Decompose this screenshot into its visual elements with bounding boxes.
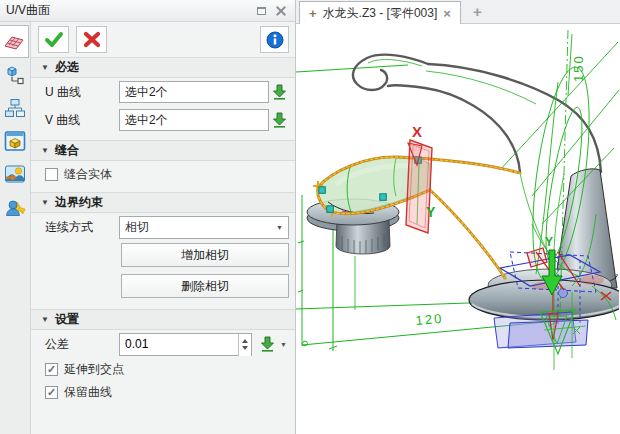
section-boundary[interactable]: ▼ 边界约束 [31, 192, 295, 213]
faucet-spout-curves [353, 55, 601, 172]
solid-view-icon [4, 130, 26, 152]
v-curves-row: V 曲线 [31, 106, 295, 134]
close-icon [276, 6, 286, 16]
section-sew-title: 缝合 [55, 142, 79, 159]
datum-point [559, 289, 568, 298]
extend-label: 延伸到交点 [64, 361, 124, 378]
tolerance-pick-button[interactable] [257, 336, 277, 352]
green-arrow-down-icon [272, 84, 287, 100]
red-highlight-patch [580, 275, 604, 285]
v-curves-pick-button[interactable] [269, 112, 289, 128]
info-button[interactable] [260, 26, 289, 53]
zw3d-window: U/V曲面 [0, 0, 620, 434]
ok-button[interactable] [38, 26, 69, 53]
keep-curves-checkbox[interactable]: ✓ [45, 386, 58, 399]
render-image-icon [4, 163, 26, 185]
float-panel-button[interactable] [253, 4, 269, 18]
close-panel-button[interactable] [273, 4, 289, 18]
tab-plus-icon: + [309, 6, 317, 21]
check-icon [44, 31, 64, 49]
x-icon [83, 31, 101, 48]
info-icon [266, 31, 284, 49]
history-tree-icon [4, 97, 26, 119]
sidebar-item-render[interactable] [0, 157, 29, 190]
extend-checkbox[interactable]: ✓ [45, 363, 58, 376]
sidebar-item-wireframe[interactable] [0, 58, 29, 91]
extend-row: ✓ 延伸到交点 [31, 358, 295, 381]
uv-surface-form: ▼ 必选 U 曲线 V 曲线 [31, 22, 295, 434]
panel-icon-strip [0, 22, 31, 434]
section-required[interactable]: ▼ 必选 [31, 57, 295, 78]
axis-x-label: X [412, 123, 422, 140]
add-tangent-button[interactable]: 增加相切 [121, 243, 289, 267]
continuity-row: 连续方式 相切 ▼ [31, 213, 295, 241]
axis-y-label: Y [426, 204, 436, 220]
wireframe-cube-icon [4, 64, 26, 86]
tolerance-input[interactable] [120, 334, 238, 355]
remove-tangent-row: 删除相切 [31, 272, 295, 300]
sew-solid-label: 缝合实体 [64, 166, 112, 183]
tolerance-spinner[interactable] [238, 334, 251, 356]
restore-icon [257, 7, 266, 15]
tab-title: 水龙头.Z3 - [零件003] [323, 5, 438, 22]
collapse-icon: ▼ [41, 198, 49, 207]
spin-up-icon [242, 339, 248, 343]
continuity-value: 相切 [125, 219, 149, 236]
add-tangent-row: 增加相切 [31, 241, 295, 269]
section-settings[interactable]: ▼ 设置 [31, 309, 295, 330]
spin-down-icon [242, 346, 248, 350]
uv-surface-icon [3, 31, 25, 53]
section-boundary-title: 边界约束 [55, 194, 103, 211]
continuity-label: 连续方式 [45, 219, 119, 236]
tab-faucet-part[interactable]: + 水龙头.Z3 - [零件003] × [299, 1, 461, 24]
uv-surface-panel: U/V曲面 [0, 0, 296, 434]
tolerance-label: 公差 [45, 336, 119, 353]
sidebar-item-solid-view[interactable] [0, 124, 29, 157]
green-arrow-down-icon [260, 336, 275, 352]
sew-solid-row: 缝合实体 [31, 161, 295, 188]
collapse-icon: ▼ [41, 315, 49, 324]
sew-solid-checkbox[interactable] [45, 168, 58, 181]
sidebar-item-user[interactable] [0, 190, 29, 223]
collapse-icon: ▼ [41, 63, 49, 72]
3d-viewport[interactable]: 120 [296, 24, 620, 434]
panel-titlebar: U/V曲面 [0, 0, 295, 22]
tolerance-row: 公差 ▼ [31, 330, 295, 358]
user-icon [4, 196, 26, 218]
remove-tangent-button[interactable]: 删除相切 [121, 274, 289, 298]
document-tabbar: + 水龙头.Z3 - [零件003] × + [296, 0, 620, 24]
v-curves-label: V 曲线 [45, 112, 119, 129]
dimension-width-text: 120 [415, 311, 444, 328]
u-curves-pick-button[interactable] [269, 84, 289, 100]
u-curves-row: U 曲线 [31, 78, 295, 106]
faucet-3d-scene: 120 [296, 24, 619, 434]
tolerance-options-caret[interactable]: ▼ [280, 341, 287, 348]
base-axis-label: Y [545, 235, 553, 249]
continuity-select[interactable]: 相切 ▼ [119, 216, 289, 239]
keep-curves-label: 保留曲线 [64, 384, 112, 401]
u-curves-label: U 曲线 [45, 84, 119, 101]
chevron-down-icon: ▼ [276, 224, 283, 231]
dimension-height-text: 150 [571, 54, 586, 82]
v-curves-input[interactable] [119, 109, 269, 131]
keep-curves-row: ✓ 保留曲线 [31, 381, 295, 404]
new-tab-button[interactable]: + [473, 3, 482, 20]
section-sew[interactable]: ▼ 缝合 [31, 140, 295, 161]
section-settings-title: 设置 [55, 311, 79, 328]
green-arrow-down-icon [272, 112, 287, 128]
sidebar-item-history-tree[interactable] [0, 91, 29, 124]
cancel-button[interactable] [76, 26, 107, 53]
document-area: + 水龙头.Z3 - [零件003] × + [296, 0, 620, 434]
u-curves-input[interactable] [119, 81, 269, 103]
collapse-icon: ▼ [41, 146, 49, 155]
section-required-title: 必选 [55, 59, 79, 76]
sidebar-item-uv-surface[interactable] [0, 25, 29, 58]
panel-toolbar [31, 22, 295, 57]
tab-close-button[interactable]: × [443, 6, 451, 21]
panel-title: U/V曲面 [6, 2, 249, 19]
